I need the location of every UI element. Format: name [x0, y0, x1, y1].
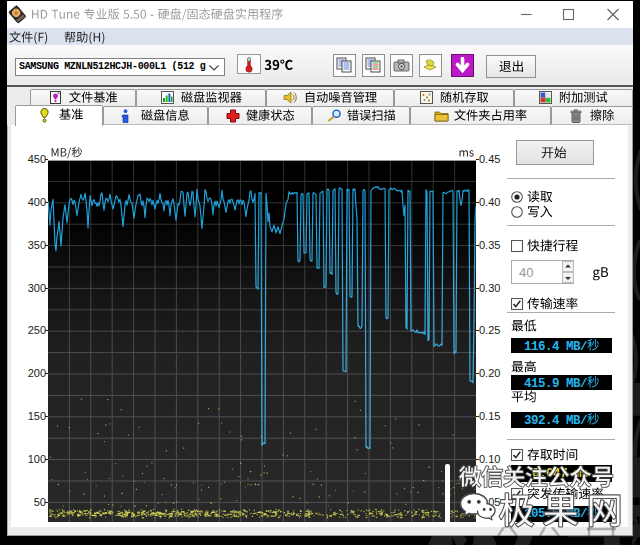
svg-text:116.4 MB/: 116.4 MB/ [524, 339, 587, 353]
svg-text:392.4 MB/: 392.4 MB/ [524, 414, 587, 428]
